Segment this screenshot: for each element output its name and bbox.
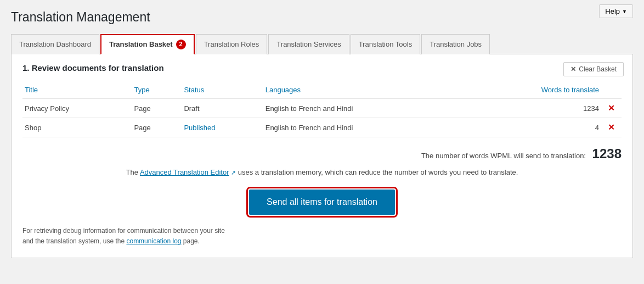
communication-log-label: communication log bbox=[126, 237, 181, 245]
col-words: Words to translate bbox=[465, 81, 603, 99]
cell-remove: ✕ bbox=[603, 118, 622, 137]
section-title: 1. Review documents for translation bbox=[22, 63, 622, 73]
col-remove bbox=[603, 81, 622, 99]
debug-notice: For retrieving debug information for com… bbox=[22, 226, 231, 247]
send-btn-wrapper: Send all items for translation bbox=[22, 190, 622, 215]
debug-suffix: page. bbox=[182, 237, 200, 245]
ate-link[interactable]: Advanced Translation Editor bbox=[140, 168, 229, 176]
cell-title: Shop bbox=[22, 118, 132, 137]
cell-languages: English to French and Hindi bbox=[263, 99, 466, 118]
tabs-bar: Translation Dashboard Translation Basket… bbox=[11, 34, 633, 54]
col-title: Title bbox=[22, 81, 132, 99]
cell-languages: English to French and Hindi bbox=[263, 118, 466, 137]
communication-log-link[interactable]: communication log bbox=[126, 237, 181, 245]
words-total-row: The number of words WPML will send to tr… bbox=[22, 146, 622, 162]
cell-status: Draft bbox=[182, 99, 263, 118]
tab-services-label: Translation Services bbox=[276, 40, 341, 49]
col-status: Status bbox=[182, 81, 263, 99]
tab-basket-badge: 2 bbox=[176, 40, 186, 49]
clear-basket-button[interactable]: ✕ Clear Basket bbox=[563, 62, 624, 76]
clear-basket-label: Clear Basket bbox=[579, 65, 617, 73]
cell-status: Published bbox=[182, 118, 263, 137]
external-link-icon: ➚ bbox=[231, 169, 236, 176]
x-icon: ✕ bbox=[570, 65, 576, 73]
tab-dashboard[interactable]: Translation Dashboard bbox=[11, 34, 99, 54]
remove-row-button[interactable]: ✕ bbox=[606, 122, 617, 132]
documents-table: Title Type Status Languages Words to tra… bbox=[22, 81, 622, 137]
page-title: Translation Management bbox=[11, 5, 633, 25]
tab-basket-label: Translation Basket bbox=[109, 40, 173, 49]
tab-basket[interactable]: Translation Basket 2 bbox=[100, 34, 195, 54]
tab-roles-label: Translation Roles bbox=[204, 40, 259, 49]
table-row: Privacy Policy Page Draft English to Fre… bbox=[22, 99, 622, 118]
remove-row-button[interactable]: ✕ bbox=[606, 103, 617, 113]
table-row: Shop Page Published English to French an… bbox=[22, 118, 622, 137]
send-all-button[interactable]: Send all items for translation bbox=[249, 190, 395, 215]
help-label: Help bbox=[605, 7, 620, 15]
tab-tools-label: Translation Tools bbox=[359, 40, 413, 49]
cell-title: Privacy Policy bbox=[22, 99, 132, 118]
ate-link-text: Advanced Translation Editor bbox=[140, 168, 229, 176]
col-type: Type bbox=[132, 81, 182, 99]
ate-notice: The Advanced Translation Editor ➚ uses a… bbox=[22, 167, 622, 179]
cell-remove: ✕ bbox=[603, 99, 622, 118]
words-total-count: 1238 bbox=[592, 146, 622, 161]
tab-roles[interactable]: Translation Roles bbox=[196, 34, 268, 54]
content-panel: 1. Review documents for translation ✕ Cl… bbox=[11, 54, 633, 258]
words-total-label: The number of words WPML will send to tr… bbox=[421, 152, 586, 160]
send-all-label: Send all items for translation bbox=[267, 197, 377, 207]
cell-type: Page bbox=[132, 118, 182, 137]
tab-dashboard-label: Translation Dashboard bbox=[19, 40, 91, 49]
ate-notice-suffix: uses a translation memory, which can red… bbox=[236, 168, 518, 176]
tab-services[interactable]: Translation Services bbox=[268, 34, 349, 54]
help-button[interactable]: Help bbox=[599, 4, 633, 18]
cell-type: Page bbox=[132, 99, 182, 118]
tab-jobs[interactable]: Translation Jobs bbox=[421, 34, 490, 54]
col-languages: Languages bbox=[263, 81, 466, 99]
ate-notice-prefix: The bbox=[126, 168, 140, 176]
cell-words: 1234 bbox=[465, 99, 603, 118]
tab-jobs-label: Translation Jobs bbox=[430, 40, 482, 49]
tab-tools[interactable]: Translation Tools bbox=[351, 34, 421, 54]
cell-words: 4 bbox=[465, 118, 603, 137]
